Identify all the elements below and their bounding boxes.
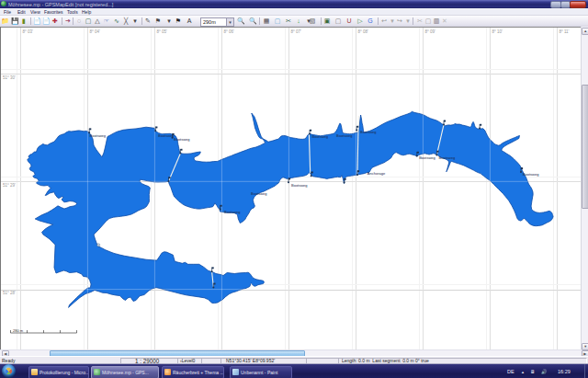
svg-text:280 m: 280 m — [13, 328, 24, 333]
svg-text:Bootsweg: Bootsweg — [419, 155, 435, 160]
svg-text:Bootsweg: Bootsweg — [224, 210, 241, 214]
svg-text:Bootsweg: Bootsweg — [312, 134, 329, 139]
svg-text:Bootsweg: Bootsweg — [360, 130, 377, 134]
svg-text:Bootsweg: Bootsweg — [174, 137, 190, 142]
svg-text:Bootsweg: Bootsweg — [291, 183, 308, 188]
svg-text:Bootsweg: Bootsweg — [439, 155, 456, 160]
svg-text:Bootsweg: Bootsweg — [90, 133, 107, 138]
svg-text:Bootsweg: Bootsweg — [158, 133, 175, 138]
svg-text:Bootsweg: Bootsweg — [336, 133, 353, 138]
svg-text:Anchorage: Anchorage — [368, 171, 386, 176]
svg-text:Bootsweg: Bootsweg — [523, 172, 539, 177]
svg-text:Bootsweg: Bootsweg — [251, 191, 267, 196]
